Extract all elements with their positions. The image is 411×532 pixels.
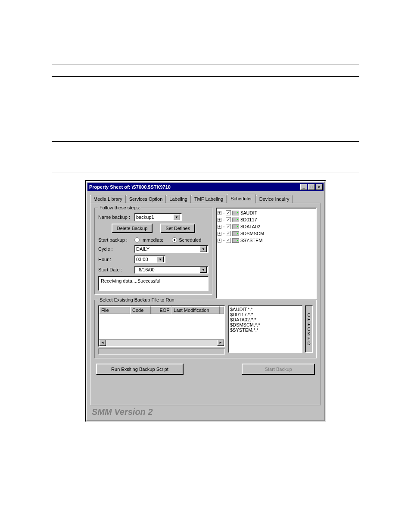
tree-item-label: $AUDIT xyxy=(240,210,257,215)
name-backup-label: Name backup : xyxy=(98,215,132,220)
tree-item[interactable]: +··✓$D0117 xyxy=(218,216,315,223)
hour-label: Hour : xyxy=(98,257,132,262)
titlebar[interactable]: Property Sheet of: \S7000.$STK9710 _ □ × xyxy=(87,183,324,191)
expand-icon[interactable]: + xyxy=(218,239,221,243)
drive-icon xyxy=(232,211,239,215)
chevron-down-icon[interactable]: ▼ xyxy=(200,267,207,273)
tree-item[interactable]: +··✓$SYSTEM xyxy=(218,237,315,244)
tab-device-inquiry[interactable]: Device Inquiry xyxy=(256,195,293,203)
checkbox[interactable]: ✓ xyxy=(226,238,231,243)
minimize-button[interactable]: _ xyxy=(300,184,307,190)
tree-item[interactable]: +··✓$DSMSCM xyxy=(218,230,315,237)
drive-icon xyxy=(232,218,239,222)
list-item[interactable]: $SYSTEM.*.* xyxy=(230,327,301,333)
checkbox[interactable]: ✓ xyxy=(226,231,231,236)
drive-icon xyxy=(232,224,239,229)
cycle-combo[interactable]: DAILY ▼ xyxy=(134,245,209,253)
drive-icon xyxy=(232,231,239,236)
start-backup-label: Start backup : xyxy=(98,237,132,243)
drive-icon xyxy=(232,238,239,243)
status-box: Receiving data....Successful xyxy=(98,276,209,291)
status-strip xyxy=(98,348,225,355)
h-scrollbar[interactable]: ◄ ► xyxy=(99,339,224,346)
checkbox[interactable]: ✓ xyxy=(226,224,231,229)
follow-steps-group: Follow these steps: Name backup : backup… xyxy=(94,208,212,295)
col-file[interactable]: File xyxy=(99,306,130,314)
tab-media-library[interactable]: Media Library xyxy=(90,195,126,203)
select-backup-legend: Select Exsisting Backup File to Run xyxy=(98,297,176,302)
checkbox[interactable]: ✓ xyxy=(226,217,231,222)
col-spacer xyxy=(220,306,224,314)
cycle-label: Cycle : xyxy=(98,246,132,252)
scheduler-panel: Follow these steps: Name backup : backup… xyxy=(90,203,321,405)
tab-scheduler[interactable]: Scheduler xyxy=(227,194,256,203)
tree-item[interactable]: +··✓$AUDIT xyxy=(218,209,315,216)
list-item[interactable]: $DATA02.*.* xyxy=(230,317,301,322)
scroll-left-icon[interactable]: ◄ xyxy=(99,340,106,346)
tabs: Media Library Services Option Labeling T… xyxy=(90,194,321,203)
volume-tree[interactable]: +··✓$AUDIT+··✓$D0117+··✓$DATA02+··✓$DSMS… xyxy=(216,208,317,299)
tree-item-label: $DATA02 xyxy=(240,224,260,229)
chevron-down-icon[interactable]: ▼ xyxy=(200,246,207,252)
chevron-down-icon[interactable]: ▼ xyxy=(173,214,180,220)
radio-scheduled[interactable]: Scheduled xyxy=(172,237,201,243)
tree-item-label: $D0117 xyxy=(240,217,257,222)
col-code[interactable]: Code xyxy=(130,306,151,314)
start-date-combo[interactable]: 6/16/00 ▼ xyxy=(134,266,209,274)
brand-label: SMM Version 2 xyxy=(90,405,321,417)
tree-item-label: $DSMSCM xyxy=(240,231,264,236)
checkbox[interactable]: ✓ xyxy=(226,210,231,215)
run-existing-script-button[interactable]: Run Exsiting Backup Script xyxy=(96,364,184,375)
hour-combo[interactable]: 03:00 ▼ xyxy=(134,255,165,263)
name-backup-combo[interactable]: backup1 ▼ xyxy=(134,213,182,221)
select-backup-group: Select Exsisting Backup File to Run File… xyxy=(94,300,317,358)
maximize-button: □ xyxy=(308,184,315,190)
scroll-right-icon[interactable]: ► xyxy=(217,340,224,346)
list-item[interactable]: $AUDIT.*.* xyxy=(230,307,301,312)
delete-backup-button[interactable]: Delete Backup xyxy=(112,224,153,233)
list-item[interactable]: $DSMSCM.*.* xyxy=(230,322,301,327)
close-button[interactable]: × xyxy=(316,184,323,190)
radio-immediate[interactable]: Immediate xyxy=(134,237,163,243)
checked-vertical-label: CHECKED xyxy=(305,305,313,353)
tab-tmf-labeling[interactable]: TMF Labeling xyxy=(191,195,227,203)
checked-list[interactable]: $AUDIT.*.*$D0117.*.*$DATA02.*.*$DSMSCM.*… xyxy=(228,305,302,353)
col-last-mod[interactable]: Last Modification xyxy=(171,306,220,314)
window-title: Property Sheet of: \S7000.$STK9710 xyxy=(89,184,299,190)
expand-icon[interactable]: + xyxy=(218,232,221,236)
col-eof[interactable]: EOF xyxy=(151,306,171,314)
tab-services-option[interactable]: Services Option xyxy=(126,195,166,203)
expand-icon[interactable]: + xyxy=(218,218,221,222)
tree-item-label: $SYSTEM xyxy=(240,238,262,243)
list-item[interactable]: $D0117.*.* xyxy=(230,312,301,317)
tree-item[interactable]: +··✓$DATA02 xyxy=(218,223,315,230)
expand-icon[interactable]: + xyxy=(218,211,221,215)
backup-file-list[interactable]: File Code EOF Last Modification ◄ xyxy=(98,305,225,347)
follow-steps-legend: Follow these steps: xyxy=(98,205,141,210)
chevron-down-icon[interactable]: ▼ xyxy=(157,256,164,262)
start-date-label: Start Date : xyxy=(98,267,132,272)
set-defines-button[interactable]: Set Defines xyxy=(160,224,195,233)
start-backup-button: Start Backup xyxy=(242,364,315,375)
property-sheet-window: Property Sheet of: \S7000.$STK9710 _ □ ×… xyxy=(85,180,326,422)
expand-icon[interactable]: + xyxy=(218,225,221,229)
tab-labeling[interactable]: Labeling xyxy=(166,195,191,203)
